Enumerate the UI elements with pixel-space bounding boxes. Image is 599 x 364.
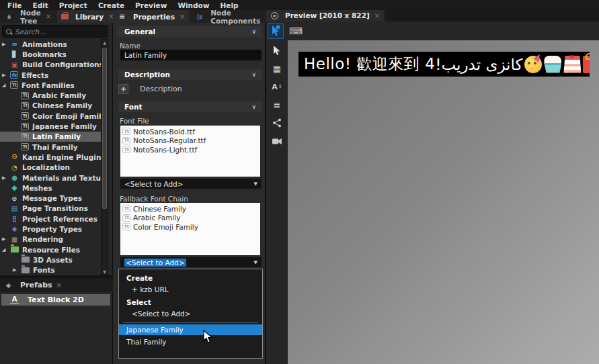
effects-icon [10, 71, 18, 79]
tree-item-animations[interactable]: ▶Animations [0, 39, 102, 49]
tree-item-resource-files[interactable]: ◢Resource Files [0, 244, 102, 255]
scroll-down-icon[interactable]: ▼ [102, 269, 108, 275]
grid-tool-button[interactable]: ▦ [269, 62, 285, 75]
close-icon[interactable]: × [46, 13, 51, 20]
tree-item-message-types[interactable]: ▶Message Types [0, 193, 102, 203]
list-item[interactable]: Color Emoji Family [120, 222, 260, 232]
tree-item-latin-family[interactable]: ▶Latin Family [0, 132, 102, 142]
preview-viewport[interactable]: Hello! 歡迎來到 4 كانزى تدريب! [288, 40, 599, 364]
section-description[interactable]: Description ∨ [118, 69, 262, 80]
prefabs-icon [4, 281, 13, 289]
name-field[interactable] [120, 50, 262, 60]
tab-properties[interactable]: Properties × [113, 10, 190, 23]
tree-item-arabic-family[interactable]: ▶Arabic Family [0, 90, 102, 100]
search-input[interactable] [15, 28, 104, 36]
dropdown-option-thai-family[interactable]: Thai Family [119, 336, 262, 347]
font-file-icon [122, 146, 130, 153]
menu-preview[interactable]: Preview [130, 1, 171, 9]
node-connections-button[interactable] [269, 117, 285, 129]
list-item[interactable]: NotoSans-Bold.ttf [120, 127, 260, 136]
tree-item-effects[interactable]: ▶Effects [0, 70, 102, 80]
tab-library[interactable]: Library × [56, 10, 119, 23]
tree-item-3d-assets[interactable]: ▶3D Assets [0, 255, 102, 265]
node-components-icon [195, 13, 204, 21]
dropdown-item-select-to-add[interactable]: <Select to Add> [119, 306, 262, 318]
section-font[interactable]: Font ∨ [118, 101, 262, 112]
menu-file[interactable]: File [3, 1, 27, 9]
section-general[interactable]: General ∨ [118, 26, 262, 37]
tree-item-materials-and-textures[interactable]: ▶Materials and Textures [0, 173, 102, 183]
interaction-mode-button[interactable] [268, 23, 284, 39]
tree-item-project-references[interactable]: ▶Project References [0, 214, 102, 224]
prefab-item-text-block-2d[interactable]: Text Block 2D [1, 294, 110, 306]
tree-item-meshes[interactable]: ▶Meshes [0, 183, 102, 193]
properties-panel: Properties × Node Components × General ∨… [113, 10, 266, 364]
preview-text-block[interactable]: Hello! 歡迎來到 4 كانزى تدريب! [298, 52, 590, 77]
menu-help[interactable]: Help [215, 1, 243, 9]
tree-item-rendering[interactable]: ▶Rendering [0, 234, 102, 244]
expander-expanded-icon[interactable]: ◢ [2, 83, 10, 88]
menu-create[interactable]: Create [93, 1, 129, 9]
tree-item-bookmarks[interactable]: ▶Bookmarks [0, 49, 102, 59]
list-item[interactable]: NotoSans-Regular.ttf [120, 136, 260, 146]
tab-prefabs[interactable]: Prefabs [20, 281, 52, 289]
tree-item-build-configurations[interactable]: ▶Build Configurations [0, 60, 102, 70]
tree-item-color-emoji-family[interactable]: ▶Color Emoji Family [0, 111, 102, 121]
scrollbar-thumb[interactable] [102, 48, 107, 209]
virtual-keyboard-button[interactable]: ⌨ [288, 23, 304, 39]
fallback-select-dropdown[interactable]: <Select to Add> ▼ [120, 257, 262, 267]
camera-button[interactable] [269, 135, 285, 147]
tab-node-tree[interactable]: Node Tree × [0, 10, 56, 23]
tree-item-localization[interactable]: ▶Localization [0, 163, 102, 173]
font-family-icon [21, 133, 29, 140]
keyboard-icon: ⌨ [289, 26, 303, 36]
expander-collapsed-icon[interactable]: ▶ [2, 236, 10, 242]
dropdown-item-kzb-url[interactable]: + kzb URL [119, 282, 262, 293]
tree-item-kanzi-engine-plugins[interactable]: ▶Kanzi Engine Plugins [0, 152, 102, 162]
tree-item-page-transitions[interactable]: ▶Page Transitions [0, 203, 102, 214]
menu-edit[interactable]: Edit [28, 1, 53, 9]
add-description-button[interactable] [118, 84, 128, 94]
dropdown-option-japanese-family[interactable]: Japanese Family [119, 324, 262, 335]
menu-window[interactable]: Window [173, 1, 214, 9]
expander-collapsed-icon[interactable]: ▶ [2, 73, 10, 78]
expander-collapsed-icon[interactable]: ▶ [2, 175, 10, 181]
close-icon[interactable]: × [374, 12, 380, 19]
scroll-up-icon[interactable]: ▲ [102, 40, 108, 46]
font-family-icon [21, 112, 29, 120]
font-family-icon [21, 123, 29, 130]
close-icon[interactable]: × [56, 281, 62, 289]
expander-collapsed-icon[interactable]: ▶ [2, 42, 10, 47]
list-item[interactable]: Chinese Family [120, 204, 260, 214]
font-family-icon [21, 143, 29, 150]
chevron-down-icon: ∨ [251, 103, 256, 110]
tree-scrollbar[interactable]: ▲ ▼ [101, 39, 108, 275]
tree-item-font-families[interactable]: ◢Font Families [0, 80, 102, 90]
chevron-down-icon: ∨ [251, 28, 256, 35]
select-tool-button[interactable] [269, 44, 285, 56]
menu-project[interactable]: Project [54, 1, 92, 9]
plugins-icon [10, 153, 19, 161]
tab-preview[interactable]: Preview [2010 x 822] × [266, 9, 385, 21]
font-file-select-dropdown[interactable]: <Select to Add> ▼ [120, 179, 262, 189]
fallback-font-chain-label: Fallback Font Chain [120, 195, 188, 203]
layers-button[interactable]: ≣ [269, 99, 285, 111]
font-file-label: Font File [120, 117, 149, 125]
library-icon [61, 14, 69, 19]
tree-item-thai-family[interactable]: ▶Thai Family [0, 142, 102, 152]
tree-item-chinese-family[interactable]: ▶Chinese Family [0, 101, 102, 111]
tree-item-fonts[interactable]: ▶Fonts [0, 265, 102, 275]
search-box[interactable] [2, 25, 108, 38]
tab-node-components[interactable]: Node Components × [190, 10, 276, 23]
kanzi-studio-window: File Edit Project Create Preview Window … [0, 0, 599, 364]
expander-expanded-icon[interactable]: ◢ [2, 247, 10, 253]
text-analyzer-button[interactable]: A↕ [269, 81, 285, 93]
build-configurations-icon [10, 60, 19, 69]
expander-collapsed-icon[interactable]: ▶ [13, 267, 21, 273]
tree-item-japanese-family[interactable]: ▶Japanese Family [0, 121, 102, 131]
dropdown-divider [123, 322, 258, 323]
list-item[interactable]: NotoSans-Light.ttf [120, 145, 260, 154]
close-icon[interactable]: × [179, 13, 185, 20]
tree-item-property-types[interactable]: ▶Property Types [0, 224, 102, 234]
list-item[interactable]: Arabic Family [120, 214, 260, 223]
